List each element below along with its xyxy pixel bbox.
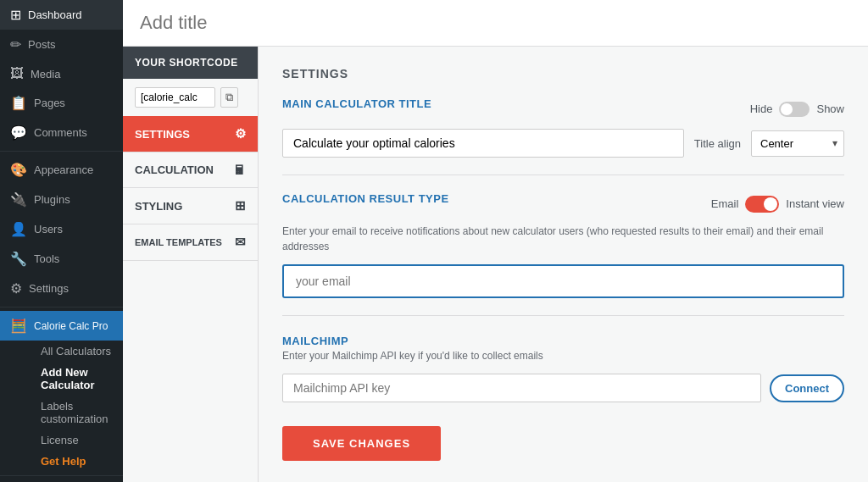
email-notification-input[interactable] (282, 264, 844, 298)
hide-show-toggle[interactable] (779, 102, 810, 117)
title-align-label: Title align (694, 137, 741, 150)
pages-icon: 📋 (10, 95, 27, 111)
email-instant-toggle-row: Email Instant view (711, 196, 844, 213)
save-btn-wrap: SAVE CHANGES (282, 426, 844, 461)
sidebar-item-posts[interactable]: ✏ Posts (0, 30, 123, 59)
main-calc-title-label: MAIN CALCULATOR TITLE (282, 97, 431, 110)
calorie-calc-icon: 🧮 (10, 318, 27, 334)
mailchimp-api-key-input[interactable] (282, 374, 761, 402)
sidebar-item-label: Plugins (34, 193, 70, 206)
shortcode-heading: YOUR SHORTCODE (123, 47, 258, 79)
panel-menu-email-templates[interactable]: EMAIL TEMPLATES ✉ (123, 224, 258, 261)
calculation-menu-label: CALCULATION (135, 163, 214, 176)
users-icon: 👤 (10, 221, 27, 237)
section-divider-2 (282, 315, 844, 316)
sidebar-item-label: Posts (28, 38, 56, 51)
toggle-knob (781, 103, 793, 115)
email-label: Email (711, 197, 739, 210)
styling-menu-icon: ⊞ (235, 198, 246, 213)
sidebar-item-all-calculators[interactable]: All Calculators (20, 341, 123, 362)
comments-icon: 💬 (10, 125, 27, 141)
sidebar-item-appearance[interactable]: 🎨 Appearance (0, 155, 123, 185)
sidebar-item-media[interactable]: 🖼 Media (0, 59, 123, 88)
shortcode-input-row: ⧉ (123, 79, 258, 116)
sidebar-sub-menu: All Calculators Add New Calculator Label… (0, 341, 123, 472)
sidebar-item-label: Users (34, 223, 63, 235)
sidebar-item-add-new-calculator[interactable]: Add New Calculator (20, 362, 123, 396)
sidebar-item-label: Comments (34, 126, 87, 139)
sidebar-item-label: Pages (34, 97, 65, 109)
sidebar: ⊞ Dashboard ✏ Posts 🖼 Media 📋 Pages 💬 Co… (0, 0, 123, 482)
save-changes-button[interactable]: SAVE CHANGES (282, 426, 441, 461)
result-type-toggle[interactable] (745, 196, 779, 213)
section-divider-1 (282, 175, 844, 175)
posts-icon: ✏ (10, 36, 21, 53)
hide-show-toggle-row: Hide Show (750, 102, 844, 117)
appearance-icon: 🎨 (10, 162, 27, 178)
connect-button[interactable]: Connect (770, 374, 844, 402)
sidebar-item-label: Calorie Calc Pro (34, 320, 108, 332)
sidebar-item-label: Appearance (34, 163, 93, 176)
hide-label: Hide (750, 102, 773, 115)
settings-menu-icon: ⚙ (235, 126, 246, 141)
sidebar-item-get-help[interactable]: Get Help (20, 451, 123, 472)
sidebar-item-calorie-calc-pro[interactable]: 🧮 Calorie Calc Pro (0, 311, 123, 341)
settings-heading: SETTINGS (282, 67, 844, 80)
sidebar-item-label: Dashboard (28, 8, 82, 21)
main-title-input[interactable] (282, 129, 684, 158)
title-bar (123, 0, 868, 47)
sidebar-item-pages[interactable]: 📋 Pages (0, 88, 123, 118)
email-templates-menu-label: EMAIL TEMPLATES (135, 237, 222, 247)
sidebar-item-label: Media (31, 68, 60, 80)
sidebar-item-tools[interactable]: 🔧 Tools (0, 244, 123, 274)
tools-icon: 🔧 (10, 251, 27, 267)
sidebar-item-comments[interactable]: 💬 Comments (0, 118, 123, 147)
mailchimp-input-row: Connect (282, 374, 844, 402)
sidebar-item-label: Settings (29, 282, 69, 295)
right-panel: SETTINGS MAIN CALCULATOR TITLE Hide Show… (259, 47, 868, 482)
sidebar-item-label: Tools (34, 252, 59, 265)
toggle-red-knob (764, 197, 777, 211)
settings-menu-label: SETTINGS (135, 128, 190, 141)
email-templates-menu-icon: ✉ (235, 235, 246, 250)
calc-result-type-header: CALCULATION RESULT TYPE Email Instant vi… (282, 192, 844, 215)
shortcode-copy-button[interactable]: ⧉ (220, 87, 238, 108)
main-calc-title-section-header: MAIN CALCULATOR TITLE Hide Show (282, 97, 844, 120)
sidebar-item-plugins[interactable]: 🔌 Plugins (0, 185, 123, 214)
sidebar-item-labels-customization[interactable]: Labels customization (20, 396, 123, 429)
result-type-desc: Enter your email to receive notification… (282, 224, 844, 254)
title-input-row: Title align Left Center Right (282, 129, 844, 158)
instant-view-label: Instant view (786, 197, 844, 210)
content-area: YOUR SHORTCODE ⧉ SETTINGS ⚙ CALCULATION … (123, 47, 868, 482)
panel-menu-settings[interactable]: SETTINGS ⚙ (123, 116, 258, 152)
calc-result-type-label: CALCULATION RESULT TYPE (282, 192, 449, 205)
show-label: Show (816, 102, 844, 115)
main-content: YOUR SHORTCODE ⧉ SETTINGS ⚙ CALCULATION … (123, 0, 868, 482)
panel-menu-calculation[interactable]: CALCULATION 🖩 (123, 152, 258, 188)
panel-menu-styling[interactable]: STYLING ⊞ (123, 188, 258, 224)
styling-menu-label: STYLING (135, 200, 182, 213)
shortcode-input[interactable] (135, 87, 215, 108)
settings-icon: ⚙ (10, 280, 22, 296)
mailchimp-desc: Enter your Mailchimp API key if you'd li… (282, 348, 844, 363)
sidebar-item-license[interactable]: License (20, 429, 123, 451)
page-title-input[interactable] (140, 12, 851, 34)
plugins-icon: 🔌 (10, 191, 27, 208)
sidebar-item-users[interactable]: 👤 Users (0, 214, 123, 244)
title-align-select[interactable]: Left Center Right (751, 130, 844, 157)
mailchimp-label: MAILCHIMP (282, 335, 348, 347)
title-align-select-wrapper: Left Center Right (751, 130, 844, 157)
sidebar-item-settings[interactable]: ⚙ Settings (0, 274, 123, 303)
sidebar-item-dashboard[interactable]: ⊞ Dashboard (0, 0, 123, 30)
dashboard-icon: ⊞ (10, 7, 21, 23)
left-panel: YOUR SHORTCODE ⧉ SETTINGS ⚙ CALCULATION … (123, 47, 259, 482)
calculation-menu-icon: 🖩 (233, 163, 246, 177)
media-icon: 🖼 (10, 66, 24, 81)
